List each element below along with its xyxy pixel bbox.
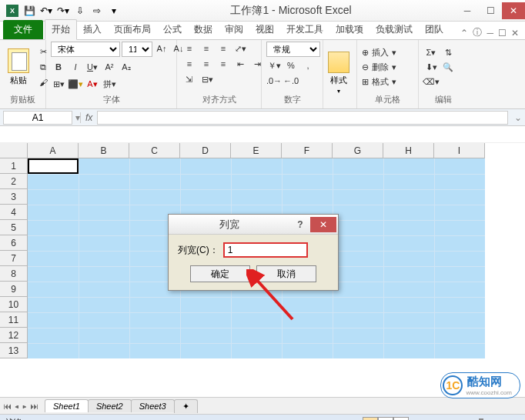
tab-data[interactable]: 数据 bbox=[188, 20, 219, 39]
col-header-C[interactable]: C bbox=[129, 143, 180, 158]
undo-button[interactable]: ↶▾ bbox=[38, 3, 54, 18]
align-top-button[interactable]: ≡ bbox=[182, 42, 197, 55]
row-header-6[interactable]: 6 bbox=[0, 235, 28, 251]
row-header-13[interactable]: 13 bbox=[0, 343, 28, 358]
sheet-tab-1[interactable]: Sheet1 bbox=[45, 399, 89, 412]
row-header-3[interactable]: 3 bbox=[0, 189, 28, 205]
tab-home[interactable]: 开始 bbox=[45, 19, 77, 40]
align-bottom-button[interactable]: ≡ bbox=[216, 42, 231, 55]
dialog-help-button[interactable]: ? bbox=[290, 219, 310, 230]
increase-decimal-button[interactable]: .0→ bbox=[266, 74, 282, 88]
maximize-button[interactable]: ☐ bbox=[479, 2, 502, 19]
fill-button[interactable]: ⬇▾ bbox=[423, 60, 439, 74]
row-header-12[interactable]: 12 bbox=[0, 328, 28, 343]
tab-layout[interactable]: 页面布局 bbox=[108, 20, 157, 39]
subscript-button[interactable]: A₂ bbox=[119, 60, 134, 74]
align-right-button[interactable]: ≡ bbox=[216, 57, 231, 71]
font-color-button[interactable]: A▾ bbox=[85, 77, 100, 91]
row-header-9[interactable]: 9 bbox=[0, 282, 28, 297]
col-header-I[interactable]: I bbox=[434, 143, 485, 158]
col-header-F[interactable]: F bbox=[282, 143, 333, 158]
row-header-11[interactable]: 11 bbox=[0, 312, 28, 328]
row-header-10[interactable]: 10 bbox=[0, 297, 28, 312]
increase-font-button[interactable]: A↑ bbox=[154, 42, 169, 55]
dialog-cancel-button[interactable]: 取消 bbox=[256, 265, 316, 282]
column-width-input[interactable] bbox=[223, 242, 308, 258]
formula-bar[interactable] bbox=[97, 111, 508, 125]
col-header-H[interactable]: H bbox=[383, 143, 434, 158]
minimize-button[interactable]: ─ bbox=[456, 2, 479, 19]
cells-insert-button[interactable]: ⊕ 插入 ▾ bbox=[362, 45, 396, 59]
currency-button[interactable]: ￥▾ bbox=[266, 58, 282, 72]
qat-custom-2[interactable]: ⇨ bbox=[89, 3, 105, 18]
percent-button[interactable]: % bbox=[283, 58, 299, 72]
tab-addin[interactable]: 加载项 bbox=[329, 20, 370, 39]
tab-load[interactable]: 负载测试 bbox=[370, 20, 419, 39]
comma-button[interactable]: , bbox=[300, 58, 316, 72]
font-name-select[interactable]: 宋体 bbox=[51, 42, 120, 57]
wrap-text-button[interactable]: ⇲ bbox=[182, 72, 196, 86]
dialog-ok-button[interactable]: 确定 bbox=[190, 265, 250, 282]
mdi-min-icon[interactable]: ─ bbox=[487, 28, 493, 38]
view-layout-button[interactable] bbox=[378, 417, 393, 421]
number-format-select[interactable]: 常规 bbox=[266, 42, 320, 57]
cells-delete-button[interactable]: ⊖ 删除 ▾ bbox=[362, 60, 396, 74]
border-button[interactable]: ⊞▾ bbox=[51, 77, 66, 91]
row-header-8[interactable]: 8 bbox=[0, 266, 28, 282]
new-sheet-button[interactable]: ✦ bbox=[174, 399, 198, 413]
tab-file[interactable]: 文件 bbox=[3, 20, 43, 39]
tab-review[interactable]: 审阅 bbox=[219, 20, 249, 39]
qat-custom-1[interactable]: ⇩ bbox=[72, 3, 88, 18]
active-cell-a1[interactable] bbox=[28, 158, 79, 174]
sheet-tab-3[interactable]: Sheet3 bbox=[131, 399, 175, 412]
phonetic-button[interactable]: 拼▾ bbox=[102, 77, 117, 91]
view-pagebreak-button[interactable] bbox=[393, 417, 409, 421]
fx-icon[interactable]: fx bbox=[80, 112, 97, 123]
cells-format-button[interactable]: ⊞ 格式 ▾ bbox=[362, 75, 396, 88]
row-header-1[interactable]: 1 bbox=[0, 158, 28, 174]
find-button[interactable]: 🔍 bbox=[440, 60, 456, 74]
view-normal-button[interactable] bbox=[363, 417, 378, 421]
close-button[interactable]: ✕ bbox=[502, 2, 525, 19]
styles-button[interactable]: 样式 ▾ bbox=[328, 52, 349, 95]
qat-more[interactable]: ▾ bbox=[106, 3, 122, 18]
clear-button[interactable]: ⌫▾ bbox=[423, 75, 439, 88]
mdi-close-icon[interactable]: ✕ bbox=[511, 28, 519, 38]
tab-insert[interactable]: 插入 bbox=[77, 20, 108, 39]
italic-button[interactable]: I bbox=[68, 60, 83, 74]
row-header-5[interactable]: 5 bbox=[0, 220, 28, 235]
sort-button[interactable]: ⇅ bbox=[440, 45, 456, 59]
decrease-decimal-button[interactable]: ←.0 bbox=[283, 74, 299, 88]
formula-expand-icon[interactable]: ⌄ bbox=[511, 112, 525, 123]
merge-button[interactable]: ⊟▾ bbox=[198, 72, 217, 86]
col-header-G[interactable]: G bbox=[333, 143, 383, 158]
sheet-nav-buttons[interactable]: ⏮◀▶⏭ bbox=[0, 402, 45, 411]
underline-button[interactable]: U▾ bbox=[85, 60, 100, 74]
dialog-close-button[interactable]: ✕ bbox=[310, 217, 336, 232]
autosum-button[interactable]: Σ▾ bbox=[423, 45, 439, 59]
indent-dec-button[interactable]: ⇤ bbox=[232, 57, 248, 71]
bold-button[interactable]: B bbox=[51, 60, 66, 74]
col-header-A[interactable]: A bbox=[28, 143, 79, 158]
tab-dev[interactable]: 开发工具 bbox=[280, 20, 329, 39]
align-left-button[interactable]: ≡ bbox=[182, 57, 197, 71]
sheet-tab-2[interactable]: Sheet2 bbox=[88, 399, 132, 412]
ribbon-minimize-icon[interactable]: ⌃ bbox=[460, 28, 468, 38]
align-center-button[interactable]: ≡ bbox=[199, 57, 214, 71]
tab-view[interactable]: 视图 bbox=[249, 20, 280, 39]
col-header-B[interactable]: B bbox=[79, 143, 129, 158]
col-header-D[interactable]: D bbox=[180, 143, 231, 158]
font-size-select[interactable]: 11 bbox=[122, 42, 152, 57]
col-header-E[interactable]: E bbox=[231, 143, 282, 158]
orientation-button[interactable]: ⤢▾ bbox=[232, 42, 248, 55]
tab-formula[interactable]: 公式 bbox=[157, 20, 188, 39]
select-all-corner[interactable] bbox=[0, 143, 28, 158]
help-icon[interactable]: ⓘ bbox=[473, 26, 482, 39]
mdi-restore-icon[interactable]: ☐ bbox=[498, 28, 507, 38]
fill-color-button[interactable]: ⬛▾ bbox=[68, 77, 83, 91]
row-header-7[interactable]: 7 bbox=[0, 251, 28, 266]
tab-team[interactable]: 团队 bbox=[419, 20, 450, 39]
name-box[interactable] bbox=[3, 111, 72, 125]
excel-app-icon[interactable]: X bbox=[5, 3, 20, 18]
superscript-button[interactable]: A² bbox=[102, 60, 117, 74]
